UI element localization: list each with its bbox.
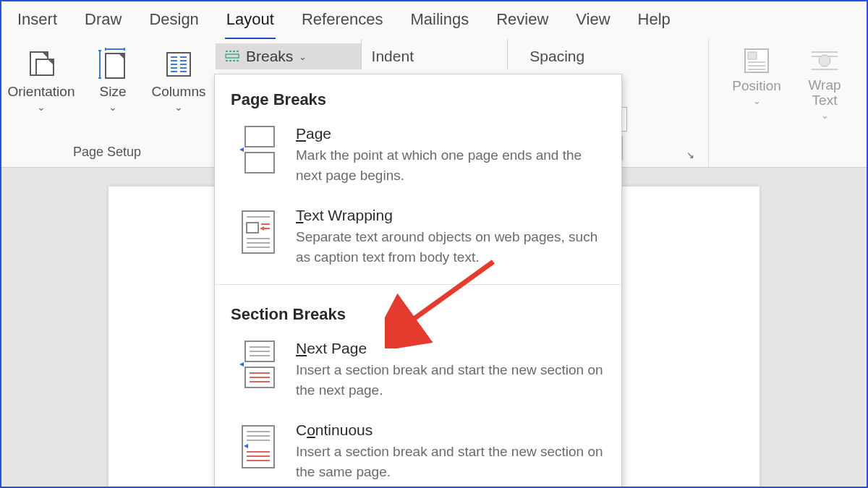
tab-view[interactable]: View <box>574 7 611 38</box>
svg-rect-36 <box>245 153 274 173</box>
menu-item-title: Continuous <box>296 421 605 439</box>
text-wrapping-break-icon <box>238 207 278 257</box>
dialog-launcher-icon[interactable]: ↘ <box>686 150 698 161</box>
orientation-label: Orientation <box>8 84 75 100</box>
breaks-label: Breaks <box>246 48 293 65</box>
menu-item-desc: Separate text around objects on web page… <box>296 227 605 267</box>
group-arrange: Position ⌄ Wrap Text ⌄ <box>708 39 867 167</box>
svg-rect-12 <box>167 53 190 76</box>
page-break-icon <box>238 125 278 176</box>
group-label-page-setup: Page Setup <box>73 145 141 164</box>
svg-marker-50 <box>239 362 244 367</box>
position-icon <box>741 46 773 75</box>
breaks-dropdown: Page Breaks Page Mark the point at which… <box>214 74 622 488</box>
size-label: Size <box>100 84 127 100</box>
position-label: Position <box>732 78 781 94</box>
menu-item-desc: Insert a section break and start the new… <box>296 442 605 481</box>
menu-section-section-breaks: Section Breaks <box>215 289 621 331</box>
chevron-down-icon: ⌄ <box>174 101 183 113</box>
chevron-down-icon: ⌄ <box>109 101 117 113</box>
tab-layout[interactable]: Layout <box>225 7 276 40</box>
chevron-down-icon: ⌄ <box>821 110 829 121</box>
breaks-icon <box>224 49 240 64</box>
svg-rect-10 <box>106 53 124 78</box>
size-icon <box>96 48 129 81</box>
menu-item-title: Page <box>296 125 605 142</box>
continuous-break-icon <box>238 421 278 472</box>
svg-rect-34 <box>245 127 274 147</box>
columns-button[interactable]: Columns ⌄ <box>145 45 213 113</box>
menu-item-next-page[interactable]: Next Page Insert a section break and sta… <box>215 331 621 413</box>
menu-item-desc: Insert a section break and start the new… <box>296 360 605 400</box>
tab-mailings[interactable]: Mailings <box>409 7 470 38</box>
tab-design[interactable]: Design <box>148 7 200 38</box>
spacing-heading: Spacing <box>507 39 702 69</box>
menu-item-text-wrapping[interactable]: Text Wrapping Separate text around objec… <box>215 198 621 280</box>
orientation-button[interactable]: Orientation ⌄ <box>1 45 81 113</box>
wrap-text-icon <box>809 46 841 75</box>
orientation-icon <box>25 48 58 81</box>
wrap-text-button[interactable]: Wrap Text ⌄ <box>796 46 854 167</box>
tab-insert[interactable]: Insert <box>16 7 59 38</box>
size-button[interactable]: Size ⌄ <box>88 45 137 113</box>
menu-item-continuous[interactable]: Continuous Insert a section break and st… <box>215 413 621 488</box>
menu-item-title: Text Wrapping <box>296 207 605 224</box>
chevron-down-icon: ⌄ <box>753 95 761 106</box>
tab-draw[interactable]: Draw <box>83 7 123 38</box>
svg-rect-27 <box>748 52 757 59</box>
columns-icon <box>162 48 195 81</box>
chevron-down-icon: ⌄ <box>37 101 46 113</box>
indent-heading: Indent <box>361 39 508 69</box>
menu-item-desc: Mark the point at which one page ends an… <box>296 145 605 185</box>
menu-item-page[interactable]: Page Mark the point at which one page en… <box>215 116 621 198</box>
tab-review[interactable]: Review <box>495 7 550 38</box>
columns-label: Columns <box>152 84 206 100</box>
position-button[interactable]: Position ⌄ <box>728 46 786 167</box>
tab-references[interactable]: References <box>300 7 385 38</box>
ribbon-tabs: Insert Draw Design Layout References Mai… <box>1 1 867 39</box>
chevron-down-icon: ⌄ <box>299 51 307 62</box>
menu-item-title: Next Page <box>296 340 605 357</box>
svg-rect-24 <box>226 54 239 58</box>
breaks-button[interactable]: Breaks ⌄ <box>216 43 361 69</box>
group-page-setup: Orientation ⌄ Size <box>1 39 213 167</box>
tab-help[interactable]: Help <box>637 7 672 38</box>
next-page-break-icon <box>238 340 278 390</box>
menu-section-page-breaks: Page Breaks <box>215 74 621 116</box>
svg-marker-35 <box>239 147 244 152</box>
menu-divider <box>215 284 621 285</box>
wrap-text-label: Wrap Text <box>796 78 854 108</box>
